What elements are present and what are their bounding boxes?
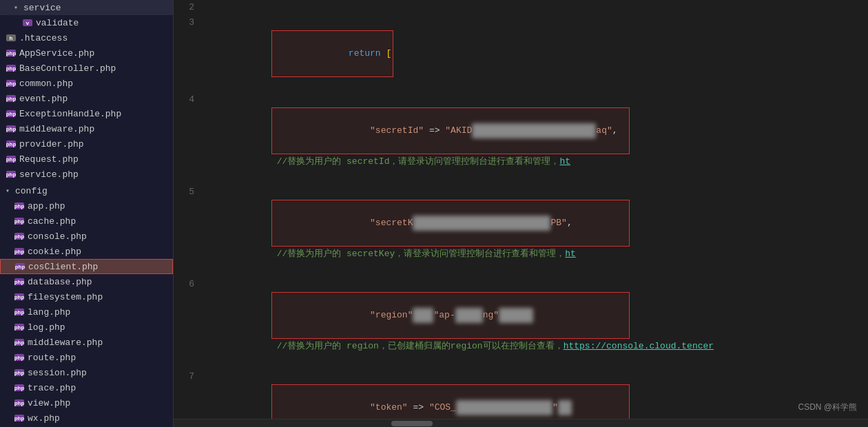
sidebar-item-servicephp[interactable]: php service.php bbox=[0, 167, 173, 182]
sidebar-item-htaccess[interactable]: h .htaccess bbox=[0, 30, 173, 45]
sidebar-file-label: log.php bbox=[28, 322, 65, 333]
code-text: "region"██"ap-████ng"███████ //替换为用户的 re… bbox=[201, 277, 868, 369]
php-icon: php bbox=[14, 337, 25, 348]
code-content[interactable]: 2 3 return [ 4 bbox=[174, 0, 868, 419]
code-text: "secretK████████████████████████████████… bbox=[201, 185, 868, 277]
code-line-7: 7 "token" => "COS_████████████████████"█… bbox=[174, 369, 868, 419]
sidebar-item-cosclient[interactable]: php cosClient.php bbox=[0, 259, 173, 274]
sidebar-file-label: AppService.php bbox=[19, 48, 94, 59]
sidebar-file-label: cookie.php bbox=[28, 247, 81, 257]
sidebar-file-label: app.php bbox=[28, 201, 65, 211]
scroll-thumb[interactable] bbox=[391, 421, 433, 426]
line-number: 5 bbox=[174, 185, 201, 277]
sidebar-file-label: validate bbox=[36, 18, 79, 28]
sidebar-item-validate[interactable]: v validate bbox=[0, 15, 173, 30]
code-table: 2 3 return [ 4 bbox=[174, 0, 868, 419]
code-line-6: 6 "region"██"ap-████ng"███████ //替换为用户的 … bbox=[174, 277, 868, 369]
sidebar-item-route[interactable]: php route.php bbox=[0, 350, 173, 365]
sidebar-file-label: console.php bbox=[28, 231, 87, 242]
php-icon: php bbox=[14, 216, 25, 227]
php-icon: php bbox=[6, 169, 17, 180]
code-line-5: 5 "secretK██████████████████████████████… bbox=[174, 185, 868, 277]
sidebar-file-label: middleware.php bbox=[28, 337, 103, 348]
code-text bbox=[201, 0, 868, 15]
php-icon: php bbox=[14, 291, 25, 302]
arrow-down-icon: ▾ bbox=[6, 187, 14, 195]
sidebar-folder-label: config bbox=[15, 186, 48, 196]
sidebar-item-database[interactable]: php database.php bbox=[0, 274, 173, 289]
php-icon: php bbox=[14, 231, 25, 242]
sidebar-file-label: middleware.php bbox=[19, 124, 94, 134]
sidebar-item-middleware1[interactable]: php middleware.php bbox=[0, 121, 173, 136]
sidebar-folder-label: service bbox=[23, 3, 61, 13]
sidebar-item-app[interactable]: php app.php bbox=[0, 198, 173, 214]
sidebar-file-label: route.php bbox=[28, 353, 76, 363]
sidebar-item-lang[interactable]: php lang.php bbox=[0, 304, 173, 320]
code-line-2: 2 bbox=[174, 0, 868, 15]
sidebar-file-label: common.php bbox=[19, 79, 73, 89]
sidebar-item-trace[interactable]: php trace.php bbox=[0, 380, 173, 395]
sidebar-file-label: BaseController.php bbox=[19, 63, 116, 74]
sidebar-file-label: database.php bbox=[28, 277, 92, 287]
sidebar-item-appservice[interactable]: php AppService.php bbox=[0, 45, 173, 61]
code-text: "token" => "COS_████████████████████"██ … bbox=[201, 369, 868, 419]
sidebar-file-label: cache.php bbox=[28, 216, 76, 227]
line-number: 4 bbox=[174, 92, 201, 185]
php-icon: php bbox=[14, 261, 25, 272]
sidebar-file-label: event.php bbox=[19, 94, 68, 104]
sidebar-item-console[interactable]: php console.php bbox=[0, 229, 173, 244]
php-icon: php bbox=[14, 322, 25, 333]
sidebar-item-request[interactable]: php Request.php bbox=[0, 152, 173, 167]
php-icon: php bbox=[6, 154, 17, 165]
code-text: return [ bbox=[201, 15, 868, 92]
sidebar-file-label: trace.php bbox=[28, 383, 76, 393]
code-text: "secretId" => "AKID█████████████████████… bbox=[201, 92, 868, 185]
sidebar-file-label: service.php bbox=[19, 169, 79, 180]
php-icon: php bbox=[14, 352, 25, 363]
php-icon: php bbox=[14, 397, 25, 408]
php-icon: php bbox=[6, 138, 17, 149]
sidebar-item-middleware2[interactable]: php middleware.php bbox=[0, 335, 173, 350]
sidebar-file-label: .htaccess bbox=[19, 33, 68, 43]
sidebar-item-cache[interactable]: php cache.php bbox=[0, 214, 173, 229]
line-number: 2 bbox=[174, 0, 201, 15]
sidebar-item-wx[interactable]: php wx.php bbox=[0, 410, 173, 426]
sidebar-item-event[interactable]: php event.php bbox=[0, 91, 173, 106]
line-number: 7 bbox=[174, 369, 201, 419]
sidebar-item-config[interactable]: ▾ config bbox=[0, 183, 173, 198]
sidebar-item-log[interactable]: php log.php bbox=[0, 320, 173, 335]
sidebar-file-label: lang.php bbox=[28, 307, 70, 317]
file-icon: h bbox=[6, 32, 17, 43]
php-icon: php bbox=[6, 48, 17, 59]
sidebar-file-label: wx.php bbox=[28, 413, 60, 424]
sidebar-item-basecontroller[interactable]: php BaseController.php bbox=[0, 61, 173, 76]
php-icon: php bbox=[14, 413, 25, 424]
file-icon: v bbox=[22, 17, 33, 28]
php-icon: php bbox=[14, 200, 25, 211]
sidebar-file-label: ExceptionHandle.php bbox=[19, 109, 121, 119]
sidebar-item-service[interactable]: ▾ service bbox=[0, 0, 173, 15]
sidebar-item-cookie[interactable]: php cookie.php bbox=[0, 244, 173, 259]
code-line-3: 3 return [ bbox=[174, 15, 868, 92]
sidebar-file-label: cosClient.php bbox=[28, 262, 98, 272]
php-icon: php bbox=[6, 123, 17, 134]
php-icon: php bbox=[6, 93, 17, 104]
sidebar-item-exceptionhandle[interactable]: php ExceptionHandle.php bbox=[0, 106, 173, 121]
watermark: CSDN @科学熊 bbox=[798, 402, 857, 413]
code-editor: 2 3 return [ 4 bbox=[174, 0, 868, 427]
php-icon: php bbox=[14, 276, 25, 287]
file-explorer: ▾ service v validate h .htaccess php App… bbox=[0, 0, 174, 427]
sidebar-item-filesystem[interactable]: php filesystem.php bbox=[0, 289, 173, 304]
php-icon: php bbox=[6, 63, 17, 74]
sidebar-item-view[interactable]: php view.php bbox=[0, 395, 173, 410]
horizontal-scrollbar[interactable] bbox=[174, 419, 868, 427]
php-icon: php bbox=[14, 306, 25, 317]
sidebar-file-label: view.php bbox=[28, 398, 70, 408]
sidebar-file-label: filesystem.php bbox=[28, 292, 103, 302]
code-line-4: 4 "secretId" => "AKID███████████████████… bbox=[174, 92, 868, 185]
sidebar-item-provider[interactable]: php provider.php bbox=[0, 136, 173, 152]
sidebar-item-session[interactable]: php session.php bbox=[0, 365, 173, 380]
sidebar-item-common[interactable]: php common.php bbox=[0, 76, 173, 91]
arrow-down-icon: ▾ bbox=[14, 3, 22, 12]
line-number: 6 bbox=[174, 277, 201, 369]
